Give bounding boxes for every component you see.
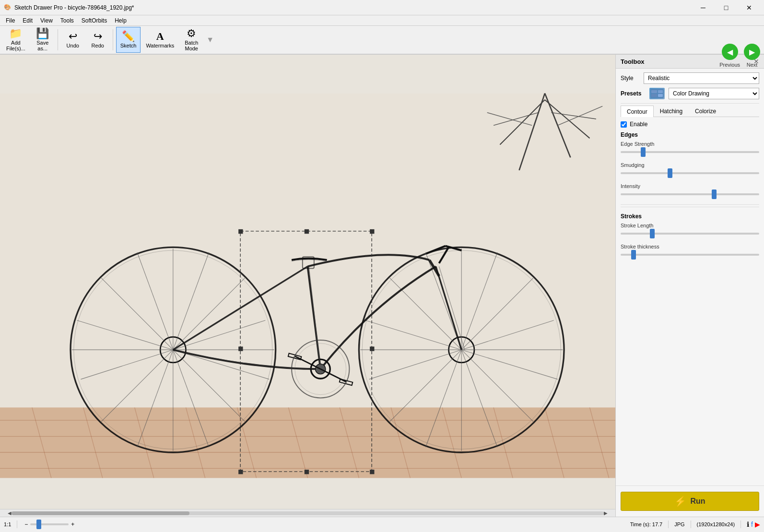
stroke-thickness-group: Stroke thickness (621, 244, 759, 260)
stroke-length-label: Stroke Length (621, 223, 759, 228)
youtube-button[interactable]: ▶ (755, 520, 760, 528)
enable-checkbox[interactable] (621, 121, 627, 128)
dimensions-label: (1920x1280x24) (697, 521, 735, 527)
svg-rect-84 (651, 94, 657, 97)
smudging-slider[interactable] (621, 169, 759, 177)
presets-icon (649, 88, 665, 99)
scrollbar-track[interactable] (12, 511, 604, 515)
undo-label: Undo (67, 43, 79, 48)
info-button[interactable]: ℹ (747, 520, 749, 528)
scroll-left-button[interactable]: ◀ (8, 510, 12, 516)
save-as-button[interactable]: 💾 Save as... (31, 27, 55, 53)
svg-rect-86 (658, 94, 663, 97)
stroke-thickness-slider[interactable] (621, 251, 759, 259)
more-options-icon[interactable]: ▼ (206, 35, 214, 44)
save-as-label: Save as... (36, 40, 48, 51)
status-sep-1 (17, 520, 17, 528)
menu-edit[interactable]: Edit (19, 16, 36, 25)
svg-rect-81 (370, 470, 374, 474)
undo-icon: ↩ (69, 31, 77, 42)
redo-button[interactable]: ↪ Redo (86, 27, 110, 53)
canvas-background (0, 55, 615, 517)
svg-rect-76 (370, 229, 374, 234)
stroke-thickness-label: Stroke thickness (621, 244, 759, 249)
info-section: ℹ f ▶ (747, 520, 760, 528)
zoom-controls: − + (23, 520, 76, 528)
zoom-in-button[interactable]: + (70, 520, 76, 528)
style-select[interactable]: Realistic Simple Artistic Comic (644, 72, 759, 84)
menu-softorbits[interactable]: SoftOrbits (78, 16, 111, 25)
previous-label: Previous (719, 62, 740, 68)
smudging-label: Smudging (621, 162, 759, 168)
menu-help[interactable]: Help (111, 16, 130, 25)
toolbox-content: Style Realistic Simple Artistic Comic Pr… (616, 69, 764, 269)
app-icon: 🎨 (4, 4, 12, 12)
watermarks-label: Watermarks (146, 43, 174, 48)
edge-strength-slider[interactable] (621, 148, 759, 156)
status-sep-4 (740, 520, 741, 528)
tab-contour[interactable]: Contour (621, 106, 654, 117)
intensity-group: Intensity (621, 183, 759, 200)
window-title: Sketch Drawer Pro - bicycle-789648_1920.… (14, 4, 692, 11)
add-files-button[interactable]: 📁 Add File(s)... (2, 27, 30, 53)
enable-label[interactable]: Enable (630, 121, 647, 128)
sketch-button[interactable]: ✏️ Sketch (116, 27, 141, 53)
scroll-right-button[interactable]: ▶ (604, 510, 608, 516)
scrollbar-thumb[interactable] (12, 511, 189, 515)
minimize-button[interactable]: ─ (692, 0, 714, 15)
style-label: Style (621, 75, 640, 82)
edges-section-title: Edges (621, 131, 759, 138)
run-icon: ⚡ (674, 496, 686, 507)
add-files-icon: 📁 (9, 28, 22, 39)
horizontal-scrollbar[interactable]: ◀ ▶ (0, 509, 615, 517)
edge-strength-group: Edge Strength (621, 141, 759, 157)
zoom-slider[interactable] (30, 521, 69, 527)
nav-buttons: ◀ Previous ▶ Next (716, 41, 764, 70)
divider-1 (621, 103, 759, 104)
menu-bar: File Edit View Tools SoftOrbits Help (0, 15, 764, 26)
zoom-info: 1:1 (4, 521, 11, 527)
stroke-length-group: Stroke Length (621, 223, 759, 239)
svg-rect-75 (305, 229, 309, 234)
dimensions-info: (1920x1280x24) (697, 521, 735, 527)
menu-view[interactable]: View (36, 16, 57, 25)
svg-rect-74 (238, 229, 243, 234)
facebook-button[interactable]: f (751, 520, 753, 528)
intensity-label: Intensity (621, 183, 759, 189)
redo-label: Redo (92, 43, 104, 48)
toolbar: 📁 Add File(s)... 💾 Save as... ↩ Undo ↪ R… (0, 26, 764, 55)
stroke-length-slider[interactable] (621, 230, 759, 237)
close-button[interactable]: ✕ (738, 0, 760, 15)
smudging-group: Smudging (621, 162, 759, 178)
batch-mode-button[interactable]: ⚙ Batch Mode (179, 27, 203, 53)
maximize-button[interactable]: □ (715, 0, 737, 15)
run-button[interactable]: ⚡ Run (621, 492, 759, 511)
undo-button[interactable]: ↩ Undo (61, 27, 85, 53)
toolbox-panel: Toolbox ✕ Style Realistic Simple Artisti… (615, 55, 764, 517)
title-bar: 🎨 Sketch Drawer Pro - bicycle-789648_192… (0, 0, 764, 15)
window-controls: ─ □ ✕ (692, 0, 760, 15)
watermarks-button[interactable]: A Watermarks (141, 27, 178, 53)
main-area: ◀ ▶ Toolbox ✕ Style Realistic Simple Art… (0, 55, 764, 517)
toolbar-sep-2 (113, 29, 113, 50)
divider-2 (621, 204, 759, 205)
tab-colorize[interactable]: Colorize (689, 106, 722, 117)
save-as-icon: 💾 (36, 28, 49, 39)
sketch-icon: ✏️ (122, 31, 135, 42)
next-button[interactable]: ▶ Next (744, 44, 760, 68)
tab-hatching[interactable]: Hatching (654, 106, 689, 117)
menu-file[interactable]: File (2, 16, 19, 25)
strokes-section-title: Strokes (621, 213, 759, 220)
toolbar-sep-1 (58, 29, 58, 50)
menu-tools[interactable]: Tools (57, 16, 78, 25)
intensity-slider[interactable] (621, 190, 759, 198)
canvas-area[interactable]: ◀ ▶ (0, 55, 615, 517)
bicycle-sketch (0, 55, 615, 517)
previous-button[interactable]: ◀ Previous (719, 44, 740, 68)
status-bar: 1:1 − + Time (s): 17.7 JPG (1920x1280x24… (0, 517, 764, 531)
presets-row: Presets Color Drawing Pencil Charcoal In… (621, 88, 759, 99)
next-icon: ▶ (744, 44, 760, 60)
add-files-label: Add File(s)... (6, 40, 25, 51)
presets-select[interactable]: Color Drawing Pencil Charcoal Ink (669, 88, 759, 99)
zoom-out-button[interactable]: − (23, 520, 29, 528)
